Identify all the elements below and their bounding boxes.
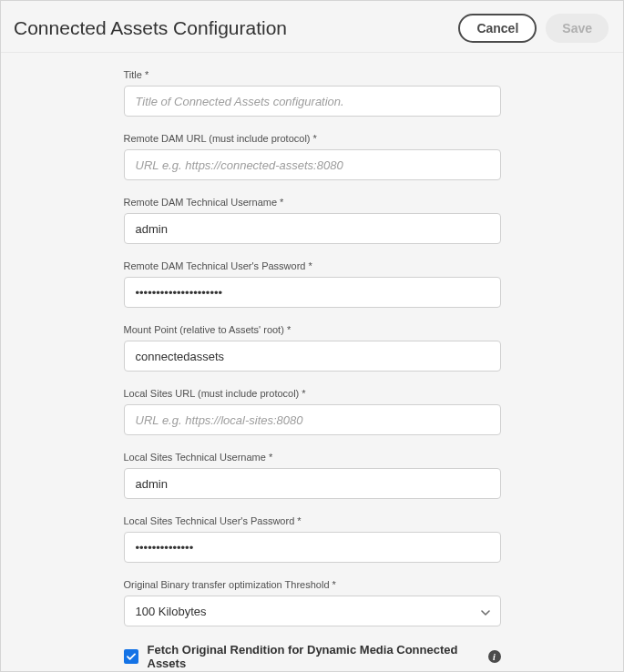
field-remote-dam-user: Remote DAM Technical Username * xyxy=(124,197,501,244)
field-local-sites-user: Local Sites Technical Username * xyxy=(124,452,501,499)
label-remote-dam-user: Remote DAM Technical Username * xyxy=(124,197,501,208)
input-remote-dam-url[interactable] xyxy=(124,149,501,180)
input-title[interactable] xyxy=(124,86,501,117)
field-remote-dam-pass: Remote DAM Technical User's Password * xyxy=(124,260,501,308)
label-remote-dam-url: Remote DAM URL (must include protocol) * xyxy=(124,133,501,144)
input-local-sites-user[interactable] xyxy=(124,468,501,499)
cancel-button[interactable]: Cancel xyxy=(458,14,537,43)
input-remote-dam-user[interactable] xyxy=(124,213,501,244)
label-remote-dam-pass: Remote DAM Technical User's Password * xyxy=(124,260,501,271)
field-local-sites-pass: Local Sites Technical User's Password * xyxy=(124,515,501,563)
label-title: Title * xyxy=(124,69,501,80)
input-local-sites-pass[interactable] xyxy=(124,532,501,563)
label-fetch-rendition: Fetch Original Rendition for Dynamic Med… xyxy=(148,643,479,670)
label-local-sites-pass: Local Sites Technical User's Password * xyxy=(124,515,501,526)
label-mount-point: Mount Point (relative to Assets' root) * xyxy=(124,324,501,335)
select-wrap-threshold: 100 Kilobytes xyxy=(124,596,501,626)
form-area: Title * Remote DAM URL (must include pro… xyxy=(1,53,623,671)
label-local-sites-url: Local Sites URL (must include protocol) … xyxy=(124,388,501,399)
checkbox-fetch-rendition[interactable] xyxy=(124,649,138,664)
label-threshold: Original Binary transfer optimization Th… xyxy=(124,579,501,590)
label-local-sites-user: Local Sites Technical Username * xyxy=(124,452,501,463)
info-icon[interactable]: i xyxy=(488,650,501,663)
page-title: Connected Assets Configuration xyxy=(14,17,287,39)
form-inner: Title * Remote DAM URL (must include pro… xyxy=(124,69,501,671)
panel-header: Connected Assets Configuration Cancel Sa… xyxy=(1,1,623,53)
input-mount-point[interactable] xyxy=(124,341,501,372)
checkmark-icon xyxy=(127,653,136,661)
field-threshold: Original Binary transfer optimization Th… xyxy=(124,579,501,626)
select-threshold[interactable]: 100 Kilobytes xyxy=(124,596,501,626)
config-panel: Connected Assets Configuration Cancel Sa… xyxy=(0,0,624,672)
input-local-sites-url[interactable] xyxy=(124,404,501,435)
header-actions: Cancel Save xyxy=(458,14,609,43)
field-title: Title * xyxy=(124,69,501,117)
save-button: Save xyxy=(546,14,609,43)
field-remote-dam-url: Remote DAM URL (must include protocol) * xyxy=(124,133,501,180)
field-mount-point: Mount Point (relative to Assets' root) * xyxy=(124,324,501,372)
input-remote-dam-pass[interactable] xyxy=(124,277,501,308)
field-local-sites-url: Local Sites URL (must include protocol) … xyxy=(124,388,501,435)
field-fetch-rendition: Fetch Original Rendition for Dynamic Med… xyxy=(124,643,501,670)
